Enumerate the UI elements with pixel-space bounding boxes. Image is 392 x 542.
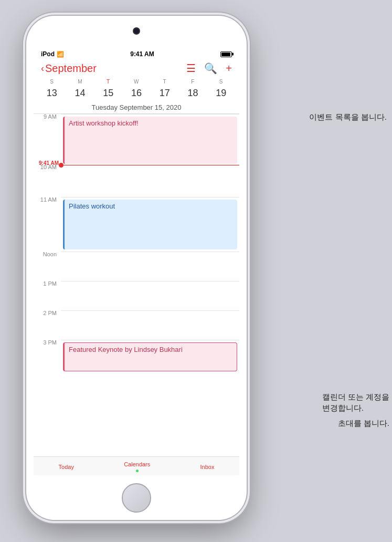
- day-label-sat: S: [207, 79, 235, 85]
- day-label-mon: M: [66, 79, 94, 85]
- day-label-thu: T: [151, 79, 179, 85]
- wifi-icon: 📶: [57, 51, 64, 58]
- date-17[interactable]: 17: [151, 87, 179, 100]
- camera-dot: [133, 27, 140, 35]
- time-area-noon: [61, 252, 239, 279]
- time-row-11am: 11 AM Pilates workout: [34, 197, 239, 226]
- calendar-header: ‹ September ☰ 🔍 +: [34, 60, 239, 79]
- device-wrapper: 이벤트 목록을 봅니다. 캘린더 또는 계정을변경합니다. 초대를 봅니다. i…: [0, 0, 392, 542]
- battery-icon: [220, 51, 232, 57]
- search-icon[interactable]: 🔍: [204, 62, 217, 75]
- tab-calendars-label: Calendars: [124, 461, 150, 467]
- date-19[interactable]: 19: [207, 87, 235, 100]
- status-bar: iPod 📶 9:41 AM: [34, 47, 239, 60]
- week-days-row: S M T W T F S: [38, 79, 235, 85]
- tab-calendars[interactable]: Calendars: [124, 461, 150, 472]
- event-artist-workshop-title: Artist workshop kickoff!: [69, 119, 139, 127]
- selected-date-label: Tuesday September 15, 2020: [34, 100, 239, 113]
- date-14[interactable]: 14: [66, 87, 94, 100]
- time-row-941: 10 AM 9:41 AM: [34, 164, 239, 194]
- list-view-icon[interactable]: ☰: [186, 62, 196, 75]
- date-13[interactable]: 13: [38, 87, 66, 100]
- tab-bar: Today Calendars Inbox: [34, 456, 239, 475]
- back-chevron-icon: ‹: [41, 63, 44, 74]
- time-slots: 9 AM Artist workshop kickoff! 10 AM: [34, 114, 239, 382]
- current-time-label: 9:41 AM: [39, 160, 59, 166]
- current-time-line: 9:41 AM: [61, 165, 239, 166]
- status-right: [220, 51, 232, 57]
- week-grid: S M T W T F S 13 14 15 16 17 18: [34, 79, 239, 100]
- annotation-calendar: 캘린더 또는 계정을변경합니다.: [322, 391, 389, 413]
- date-18[interactable]: 18: [179, 87, 207, 100]
- tab-calendars-dot: [136, 470, 139, 472]
- time-row-3pm: 3 PM Featured Keynote by Lindsey Bukhari: [34, 340, 239, 377]
- time-label-2pm: 2 PM: [34, 310, 61, 316]
- ipod-label: iPod: [41, 50, 55, 58]
- time-area-9am: Artist workshop kickoff!: [61, 114, 239, 141]
- event-pilates-title: Pilates workout: [69, 202, 115, 210]
- time-area-2pm: [61, 310, 239, 338]
- event-pilates[interactable]: Pilates workout: [63, 200, 237, 249]
- tab-today[interactable]: Today: [59, 464, 74, 470]
- week-dates-row[interactable]: 13 14 15 16 17 18 19: [38, 87, 235, 100]
- battery-fill: [221, 53, 230, 56]
- event-keynote-title: Featured Keynote by Lindsey Bukhari: [69, 346, 183, 353]
- annotation-inbox: 초대를 봅니다.: [338, 418, 389, 429]
- tab-today-label: Today: [59, 464, 74, 470]
- iphone-device: iPod 📶 9:41 AM ‹ September ☰ �: [26, 16, 247, 520]
- time-label-11am: 11 AM: [34, 197, 61, 203]
- date-16[interactable]: 16: [122, 87, 151, 100]
- time-label-noon: Noon: [34, 252, 61, 257]
- time-area-11am: Pilates workout: [61, 197, 239, 224]
- date-15[interactable]: 15: [94, 87, 122, 100]
- time-row-1pm: 1 PM: [34, 281, 239, 310]
- screen: iPod 📶 9:41 AM ‹ September ☰ �: [34, 47, 239, 475]
- time-area-1pm: [61, 281, 239, 308]
- home-button[interactable]: [122, 483, 151, 513]
- today-date-circle[interactable]: 15: [94, 88, 122, 99]
- month-label: September: [45, 62, 97, 75]
- day-label-fri: F: [179, 79, 207, 85]
- add-event-icon[interactable]: +: [226, 62, 232, 75]
- day-label-tue: T: [94, 79, 122, 85]
- status-time: 9:41 AM: [130, 50, 154, 58]
- day-label-sun: S: [38, 79, 66, 85]
- time-label-9am: 9 AM: [34, 114, 61, 120]
- event-keynote[interactable]: Featured Keynote by Lindsey Bukhari: [63, 342, 237, 371]
- current-time-dot: [59, 163, 63, 168]
- time-row-noon: Noon: [34, 252, 239, 281]
- time-area-3pm: Featured Keynote by Lindsey Bukhari: [61, 340, 239, 367]
- time-label-3pm: 3 PM: [34, 340, 61, 346]
- time-label-1pm: 1 PM: [34, 281, 61, 287]
- time-area-10am: 9:41 AM: [61, 164, 239, 192]
- day-label-wed: W: [122, 79, 151, 85]
- annotation-event-list: 이벤트 목록을 봅니다.: [309, 111, 387, 122]
- event-artist-workshop[interactable]: Artist workshop kickoff!: [63, 117, 237, 164]
- time-row-9am: 9 AM Artist workshop kickoff!: [34, 114, 239, 143]
- header-icons: ☰ 🔍 +: [186, 62, 232, 75]
- annotation-event-list-text: 이벤트 목록을 봅니다.: [309, 112, 387, 121]
- annotation-inbox-text: 초대를 봅니다.: [338, 419, 389, 428]
- back-month-button[interactable]: ‹ September: [41, 62, 97, 75]
- time-row-2pm: 2 PM: [34, 310, 239, 340]
- calendar-body[interactable]: 9 AM Artist workshop kickoff! 10 AM: [34, 114, 239, 456]
- tab-inbox-label: Inbox: [200, 464, 214, 470]
- tab-inbox[interactable]: Inbox: [200, 464, 214, 470]
- status-left: iPod 📶: [41, 50, 64, 58]
